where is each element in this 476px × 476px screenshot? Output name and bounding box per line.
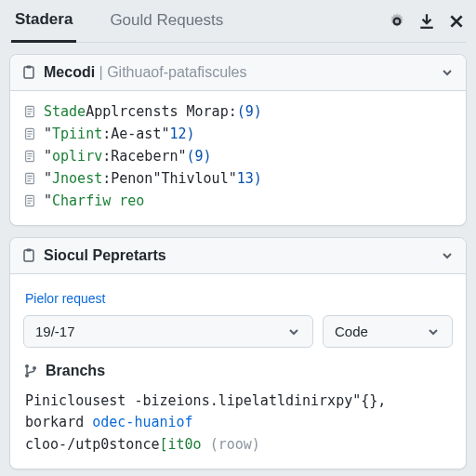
file-icon	[23, 105, 36, 118]
git-branch-icon	[23, 364, 38, 378]
chevron-down-icon	[426, 324, 441, 339]
panel-siocul: Siocul Pepretarts Pielor request 19/-17 …	[9, 237, 467, 469]
chevron-down-icon[interactable]	[440, 65, 455, 80]
close-icon[interactable]	[448, 13, 465, 30]
code-select[interactable]: Code	[323, 315, 453, 348]
panel-title: Mecodi | Githuaof-patafiscules	[44, 64, 246, 81]
code-value: Code	[335, 324, 368, 339]
file-list: Stade Applrcensts Morap: (9)"Tpiint:Ae-a…	[10, 91, 466, 225]
tab-bar: Stadera Gould Requests	[9, 0, 467, 43]
svg-point-10	[25, 374, 29, 377]
list-item[interactable]: "Jnoest:Penon"Thivloul" 13)	[23, 167, 453, 190]
svg-point-11	[33, 366, 36, 370]
list-item[interactable]: "Charfiw reo	[23, 190, 453, 212]
file-icon	[23, 194, 36, 207]
panel-mecodi: Mecodi | Githuaof-patafiscules Stade App…	[9, 54, 467, 226]
list-item[interactable]: "oplirv:Racebern" (9)	[23, 145, 453, 167]
svg-rect-0	[24, 67, 33, 78]
file-icon	[23, 150, 36, 163]
svg-rect-1	[27, 66, 32, 69]
range-value: 19/-17	[35, 324, 75, 339]
tab-requests[interactable]: Gould Requests	[106, 2, 227, 41]
code-block: Piniclousest -bizeions.lipelatldinirxpy"…	[23, 387, 453, 456]
file-icon	[23, 172, 36, 185]
clipboard-icon	[21, 248, 36, 263]
tab-stadera[interactable]: Stadera	[11, 1, 76, 43]
chevron-down-icon[interactable]	[440, 248, 455, 263]
svg-rect-8	[27, 249, 32, 252]
range-select[interactable]: 19/-17	[23, 315, 313, 348]
branches-heading: Branchs	[23, 363, 453, 379]
chevron-down-icon	[286, 324, 301, 339]
list-item[interactable]: "Tpiint:Ae-ast" 12)	[23, 123, 453, 145]
download-icon[interactable]	[418, 13, 435, 30]
clipboard-icon	[21, 65, 36, 80]
pielor-request-link[interactable]: Pielor request	[23, 284, 453, 315]
gear-icon[interactable]	[389, 13, 405, 30]
svg-rect-7	[24, 250, 33, 261]
panel-title-2: Siocul Pepretarts	[44, 247, 166, 264]
list-item[interactable]: Stade Applrcensts Morap: (9)	[23, 100, 453, 123]
file-icon	[23, 127, 36, 140]
svg-point-9	[25, 364, 29, 368]
panel-header-2[interactable]: Siocul Pepretarts	[10, 238, 466, 274]
panel-header[interactable]: Mecodi | Githuaof-patafiscules	[10, 55, 466, 91]
